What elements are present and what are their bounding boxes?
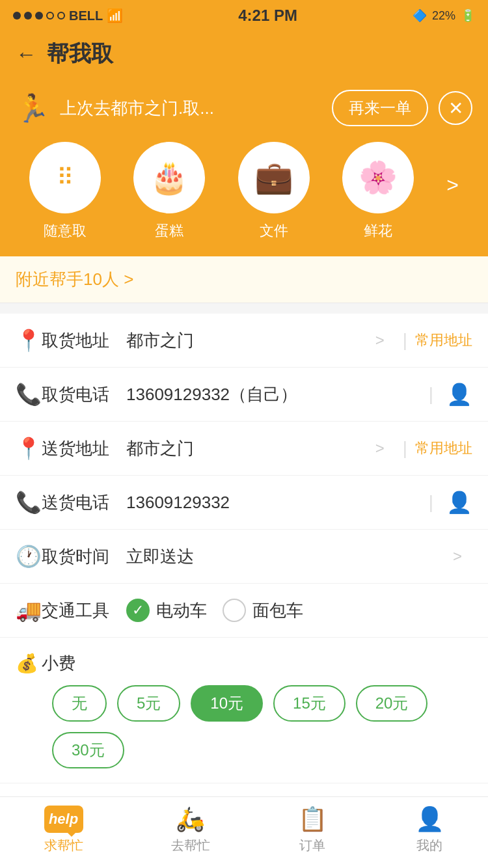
- back-button[interactable]: ←: [16, 42, 36, 66]
- status-bar: BELL 📶 4:21 PM 🔷 22% 🔋: [0, 0, 488, 29]
- flower-label: 鲜花: [364, 221, 392, 241]
- status-right-area: 🔷 22% 🔋: [413, 8, 475, 23]
- tip-options-wrapper: 无 5元 10元 15元 20元 30元: [16, 685, 472, 768]
- phone-icon-2: 📞: [16, 490, 42, 515]
- truck-icon: 🚚: [16, 598, 42, 623]
- file-label: 文件: [260, 221, 288, 241]
- category-flower[interactable]: 🌸 鲜花: [342, 142, 414, 241]
- category-file[interactable]: 💼 文件: [238, 142, 310, 241]
- delivery-phone-label: 送货电话: [42, 491, 126, 514]
- nearby-helpers[interactable]: 附近帮手10人 >: [0, 256, 488, 303]
- status-time: 4:21 PM: [238, 7, 297, 25]
- wifi-icon: 📶: [107, 8, 123, 23]
- pickup-address-value: 都市之门: [126, 329, 365, 352]
- tab-orders-label: 订单: [299, 837, 325, 854]
- pickup-address-action[interactable]: 常用地址: [415, 331, 472, 350]
- tab-go-help[interactable]: 🛵 去帮忙: [171, 806, 210, 854]
- contacts-icon-1[interactable]: 👤: [446, 382, 472, 407]
- pickup-time-row[interactable]: 🕐 取货时间 立即送达 >: [0, 530, 488, 584]
- electric-label: 电动车: [156, 599, 207, 622]
- pickup-address-label: 取货地址: [42, 329, 126, 352]
- profile-icon: 👤: [415, 806, 444, 833]
- orders-icon: 📋: [298, 806, 327, 833]
- contacts-icon-2[interactable]: 👤: [446, 490, 472, 515]
- delivery-phone-value: 13609129332: [126, 493, 421, 513]
- form-section: 📍 取货地址 都市之门 > | 常用地址 📞 取货电话 13609129332（…: [0, 314, 488, 835]
- transport-row: 🚚 交通工具 ✓ 电动车 面包车: [0, 584, 488, 638]
- delivery-address-label: 送货地址: [42, 437, 126, 460]
- recent-banner: 🏃 上次去都市之门.取... 再来一单 ✕: [0, 79, 488, 142]
- tab-go-help-label: 去帮忙: [171, 837, 210, 854]
- help-badge-icon: help: [44, 806, 83, 833]
- transport-label: 交通工具: [42, 599, 126, 622]
- cake-icon: 🎂: [133, 142, 205, 213]
- delivery-address-row[interactable]: 📍 送货地址 都市之门 > | 常用地址: [0, 422, 488, 476]
- close-button[interactable]: ✕: [439, 91, 472, 125]
- pickup-phone-label: 取货电话: [42, 383, 126, 406]
- category-cake[interactable]: 🎂 蛋糕: [133, 142, 205, 241]
- page-title: 帮我取: [47, 39, 113, 69]
- pickup-time-arrow: >: [453, 547, 462, 565]
- status-carrier-area: BELL 📶: [13, 8, 123, 23]
- tip-30[interactable]: 30元: [52, 732, 124, 768]
- suiyi-label: 随意取: [44, 221, 87, 241]
- tip-10[interactable]: 10元: [191, 685, 263, 722]
- delivery-phone-right: | 👤: [421, 490, 472, 515]
- tip-icon: 💰: [16, 653, 42, 674]
- tip-5[interactable]: 5元: [117, 685, 180, 722]
- nav-bar: ← 帮我取: [0, 29, 488, 79]
- tip-options: 无 5元 10元 15元 20元 30元: [52, 685, 472, 768]
- tip-label: 小费: [42, 652, 126, 675]
- van-radio-unchecked: [223, 599, 246, 622]
- delivery-phone-divider: |: [429, 492, 433, 513]
- pickup-address-row[interactable]: 📍 取货地址 都市之门 > | 常用地址: [0, 314, 488, 368]
- delivery-phone-row[interactable]: 📞 送货电话 13609129332 | 👤: [0, 476, 488, 530]
- van-option[interactable]: 面包车: [223, 599, 303, 622]
- tip-15[interactable]: 15元: [273, 685, 346, 722]
- tip-20[interactable]: 20元: [356, 685, 428, 722]
- electric-option[interactable]: ✓ 电动车: [126, 599, 207, 622]
- nearby-text: 附近帮手10人 >: [16, 269, 133, 289]
- tip-section: 💰 小费 无 5元 10元 15元 20元 30元: [0, 638, 488, 783]
- pickup-time-label: 取货时间: [42, 545, 126, 568]
- category-suiyi[interactable]: ⠿ 随意取: [29, 142, 101, 241]
- suiyi-icon: ⠿: [29, 142, 101, 213]
- signal-dots: [13, 12, 65, 20]
- delivery-address-divider: |: [403, 438, 407, 459]
- tab-mine[interactable]: 👤 我的: [415, 806, 444, 854]
- pickup-time-value: 立即送达: [126, 545, 442, 568]
- pickup-phone-divider: |: [429, 384, 433, 405]
- more-categories-arrow[interactable]: >: [446, 173, 459, 197]
- pickup-address-arrow: >: [375, 331, 385, 349]
- runner-icon: 🏃: [16, 92, 49, 124]
- van-label: 面包车: [252, 599, 303, 622]
- tab-help[interactable]: help 求帮忙: [44, 806, 83, 854]
- tip-none[interactable]: 无: [52, 685, 107, 722]
- delivery-address-action[interactable]: 常用地址: [415, 439, 472, 458]
- tab-bar: help 求帮忙 🛵 去帮忙 📋 订单 👤 我的: [0, 796, 488, 868]
- bluetooth-icon: 🔷: [413, 8, 427, 23]
- pickup-phone-right: | 👤: [421, 382, 472, 407]
- tab-mine-label: 我的: [416, 837, 442, 854]
- pickup-phone-value: 13609129332（自己）: [126, 383, 421, 406]
- moped-icon: 🛵: [176, 806, 205, 833]
- delivery-address-arrow: >: [375, 439, 385, 457]
- location-icon: 📍: [16, 328, 42, 353]
- clock-icon: 🕐: [16, 544, 42, 569]
- electric-radio-checked: ✓: [126, 599, 150, 622]
- battery-icon: 🔋: [461, 8, 475, 23]
- flower-icon: 🌸: [342, 142, 414, 213]
- tip-row: 💰 小费: [16, 652, 472, 675]
- delivery-address-value: 都市之门: [126, 437, 365, 460]
- pickup-phone-row[interactable]: 📞 取货电话 13609129332（自己） | 👤: [0, 368, 488, 422]
- tab-orders[interactable]: 📋 订单: [298, 806, 327, 854]
- again-button[interactable]: 再来一单: [332, 90, 428, 126]
- tab-help-label: 求帮忙: [44, 837, 83, 854]
- location-icon-2: 📍: [16, 436, 42, 461]
- pickup-address-divider: |: [403, 330, 407, 351]
- recent-text: 上次去都市之门.取...: [60, 97, 321, 120]
- phone-icon-1: 📞: [16, 382, 42, 407]
- battery-text: 22%: [432, 9, 455, 23]
- carrier-name: BELL: [69, 8, 103, 23]
- category-section: ⠿ 随意取 🎂 蛋糕 💼 文件 🌸 鲜花 >: [0, 142, 488, 256]
